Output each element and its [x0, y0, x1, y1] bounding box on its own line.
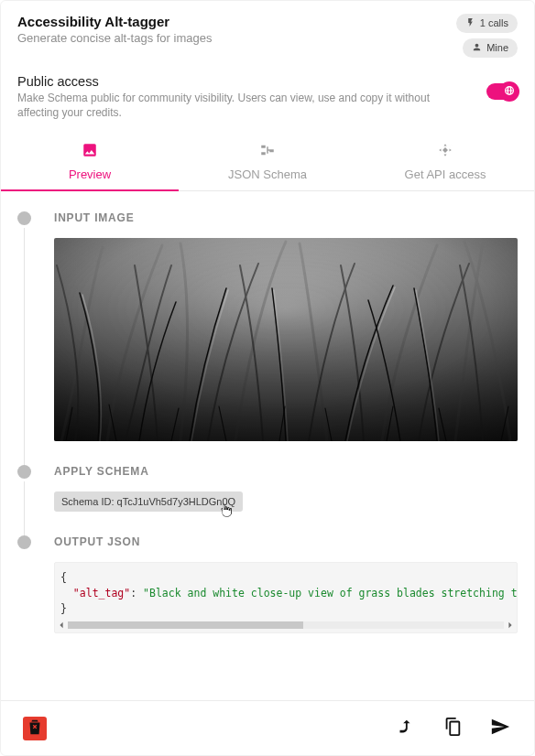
json-key: "alt_tag" [73, 587, 130, 599]
preview-pane: INPUT IMAGE [1, 191, 534, 700]
bottom-action-bar [1, 700, 534, 755]
delete-button[interactable] [17, 711, 52, 746]
tab-preview[interactable]: Preview [1, 133, 179, 190]
mine-badge: Mine [463, 38, 518, 58]
scroll-thumb[interactable] [68, 621, 303, 629]
person-icon [472, 42, 482, 54]
horizontal-scrollbar[interactable] [55, 620, 517, 632]
scroll-left-arrow-icon[interactable] [57, 621, 66, 629]
bolt-icon [465, 17, 475, 29]
send-icon [490, 717, 510, 740]
reroute-button[interactable] [388, 711, 422, 746]
page-subtitle: Generate concise alt-tags for images [17, 31, 456, 45]
tab-label: JSON Schema [228, 167, 307, 181]
tab-json-schema[interactable]: JSON Schema [179, 133, 356, 190]
public-access-toggle[interactable] [486, 83, 518, 100]
output-json-scroll[interactable]: { "alt_tag": "Black and white close-up v… [55, 563, 517, 620]
step-label: INPUT IMAGE [54, 211, 518, 225]
schema-id-chip[interactable]: Schema ID: qTcJ1uVh5d7y3HLDGn0Q [54, 491, 243, 512]
branch-arrow-icon [395, 717, 415, 740]
tab-label: Get API access [405, 167, 486, 181]
tabs: Preview JSON Schema Get API access [1, 133, 534, 191]
step-output-json: OUTPUT JSON { "alt_tag": "Black and whit… [17, 535, 518, 657]
copy-button[interactable] [435, 711, 470, 746]
timeline-dot [17, 465, 31, 479]
copy-icon [442, 717, 463, 740]
output-json-block: { "alt_tag": "Black and white close-up v… [54, 562, 518, 633]
tab-get-api-access[interactable]: Get API access [356, 133, 534, 190]
json-value: "Black and white close-up view of grass … [143, 587, 517, 599]
svg-rect-1 [54, 238, 518, 441]
public-access-title: Public access [17, 74, 468, 89]
step-input-image: INPUT IMAGE [17, 211, 518, 465]
globe-icon [504, 83, 515, 100]
public-access-description: Make Schema public for community visibil… [17, 91, 468, 120]
scroll-right-arrow-icon[interactable] [506, 621, 515, 629]
public-access-row: Public access Make Schema public for com… [1, 67, 534, 133]
step-label: APPLY SCHEMA [54, 465, 518, 479]
header: Accessibility Alt-tagger Generate concis… [1, 1, 534, 67]
input-image-preview[interactable] [54, 238, 518, 441]
image-icon [82, 142, 98, 162]
scroll-track[interactable] [68, 621, 504, 629]
page-title: Accessibility Alt-tagger [17, 14, 456, 29]
timeline-dot [17, 211, 31, 225]
api-icon [437, 142, 453, 162]
step-label: OUTPUT JSON [54, 535, 518, 549]
step-apply-schema: APPLY SCHEMA Schema ID: qTcJ1uVh5d7y3HLD… [17, 465, 518, 535]
trash-x-icon [25, 717, 45, 740]
schema-icon [259, 142, 276, 162]
send-button[interactable] [483, 711, 518, 746]
timeline-dot [17, 535, 31, 549]
tab-label: Preview [69, 167, 111, 181]
calls-badge: 1 calls [456, 14, 518, 33]
